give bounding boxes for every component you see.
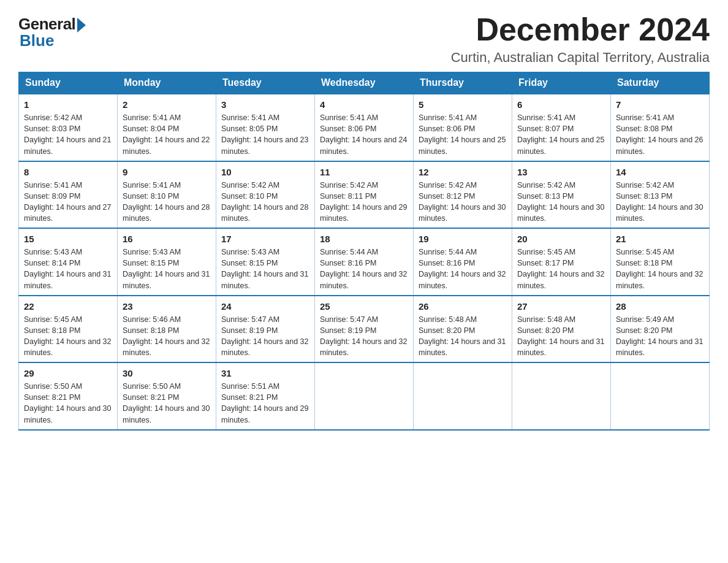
day-number: 19 <box>419 232 507 245</box>
day-number: 29 <box>24 367 112 380</box>
day-info: Sunrise: 5:41 AMSunset: 8:09 PMDaylight:… <box>24 180 112 224</box>
day-number: 21 <box>616 232 704 245</box>
day-info: Sunrise: 5:42 AMSunset: 8:13 PMDaylight:… <box>616 180 704 224</box>
day-number: 22 <box>24 300 112 313</box>
table-row: 19Sunrise: 5:44 AMSunset: 8:16 PMDayligh… <box>414 228 512 296</box>
day-number: 7 <box>616 98 704 111</box>
day-info: Sunrise: 5:42 AMSunset: 8:03 PMDaylight:… <box>24 112 112 157</box>
col-thursday: Thursday <box>414 72 512 94</box>
day-info: Sunrise: 5:44 AMSunset: 8:16 PMDaylight:… <box>320 247 408 291</box>
day-number: 20 <box>517 232 605 245</box>
calendar-week-row: 1Sunrise: 5:42 AMSunset: 8:03 PMDaylight… <box>19 94 710 161</box>
table-row: 13Sunrise: 5:42 AMSunset: 8:13 PMDayligh… <box>512 161 611 229</box>
table-row: 17Sunrise: 5:43 AMSunset: 8:15 PMDayligh… <box>216 228 315 296</box>
table-row: 22Sunrise: 5:45 AMSunset: 8:18 PMDayligh… <box>19 296 118 363</box>
calendar-week-row: 15Sunrise: 5:43 AMSunset: 8:14 PMDayligh… <box>19 228 710 296</box>
day-info: Sunrise: 5:41 AMSunset: 8:07 PMDaylight:… <box>517 112 605 157</box>
day-info: Sunrise: 5:50 AMSunset: 8:21 PMDaylight:… <box>24 381 112 426</box>
table-row: 2Sunrise: 5:41 AMSunset: 8:04 PMDaylight… <box>118 94 216 161</box>
table-row: 15Sunrise: 5:43 AMSunset: 8:14 PMDayligh… <box>19 228 118 296</box>
day-info: Sunrise: 5:42 AMSunset: 8:11 PMDaylight:… <box>320 180 408 224</box>
day-number: 23 <box>123 300 211 313</box>
table-row: 21Sunrise: 5:45 AMSunset: 8:18 PMDayligh… <box>611 228 710 296</box>
logo-blue-text: Blue <box>20 31 54 50</box>
table-row <box>611 362 710 430</box>
day-info: Sunrise: 5:47 AMSunset: 8:19 PMDaylight:… <box>320 314 408 359</box>
table-row: 1Sunrise: 5:42 AMSunset: 8:03 PMDaylight… <box>19 94 118 161</box>
day-info: Sunrise: 5:51 AMSunset: 8:21 PMDaylight:… <box>221 381 309 426</box>
table-row: 24Sunrise: 5:47 AMSunset: 8:19 PMDayligh… <box>216 296 315 363</box>
page-header: General Blue December 2024 Curtin, Austr… <box>18 12 710 66</box>
table-row: 11Sunrise: 5:42 AMSunset: 8:11 PMDayligh… <box>315 161 414 229</box>
day-number: 1 <box>24 98 112 111</box>
day-number: 15 <box>24 232 112 245</box>
calendar-week-row: 8Sunrise: 5:41 AMSunset: 8:09 PMDaylight… <box>19 161 710 229</box>
day-info: Sunrise: 5:41 AMSunset: 8:06 PMDaylight:… <box>320 112 408 157</box>
day-info: Sunrise: 5:44 AMSunset: 8:16 PMDaylight:… <box>419 247 507 291</box>
day-number: 28 <box>616 300 704 313</box>
table-row: 6Sunrise: 5:41 AMSunset: 8:07 PMDaylight… <box>512 94 611 161</box>
day-number: 17 <box>221 232 309 245</box>
table-row: 18Sunrise: 5:44 AMSunset: 8:16 PMDayligh… <box>315 228 414 296</box>
table-row: 30Sunrise: 5:50 AMSunset: 8:21 PMDayligh… <box>118 362 216 430</box>
day-info: Sunrise: 5:41 AMSunset: 8:10 PMDaylight:… <box>123 180 211 224</box>
col-wednesday: Wednesday <box>315 72 414 94</box>
day-info: Sunrise: 5:41 AMSunset: 8:08 PMDaylight:… <box>616 112 704 157</box>
table-row: 28Sunrise: 5:49 AMSunset: 8:20 PMDayligh… <box>611 296 710 363</box>
title-area: December 2024 Curtin, Australian Capital… <box>451 12 710 66</box>
day-number: 26 <box>419 300 507 313</box>
table-row: 27Sunrise: 5:48 AMSunset: 8:20 PMDayligh… <box>512 296 611 363</box>
day-info: Sunrise: 5:50 AMSunset: 8:21 PMDaylight:… <box>123 381 211 426</box>
table-row: 9Sunrise: 5:41 AMSunset: 8:10 PMDaylight… <box>118 161 216 229</box>
calendar-week-row: 29Sunrise: 5:50 AMSunset: 8:21 PMDayligh… <box>19 362 710 430</box>
day-info: Sunrise: 5:41 AMSunset: 8:04 PMDaylight:… <box>123 112 211 157</box>
day-info: Sunrise: 5:45 AMSunset: 8:18 PMDaylight:… <box>616 247 704 291</box>
day-info: Sunrise: 5:43 AMSunset: 8:14 PMDaylight:… <box>24 247 112 291</box>
day-info: Sunrise: 5:42 AMSunset: 8:13 PMDaylight:… <box>517 180 605 224</box>
table-row: 5Sunrise: 5:41 AMSunset: 8:06 PMDaylight… <box>414 94 512 161</box>
day-info: Sunrise: 5:42 AMSunset: 8:10 PMDaylight:… <box>221 180 309 224</box>
table-row: 20Sunrise: 5:45 AMSunset: 8:17 PMDayligh… <box>512 228 611 296</box>
table-row: 3Sunrise: 5:41 AMSunset: 8:05 PMDaylight… <box>216 94 315 161</box>
table-row: 8Sunrise: 5:41 AMSunset: 8:09 PMDaylight… <box>19 161 118 229</box>
table-row: 26Sunrise: 5:48 AMSunset: 8:20 PMDayligh… <box>414 296 512 363</box>
day-info: Sunrise: 5:45 AMSunset: 8:17 PMDaylight:… <box>517 247 605 291</box>
location-title: Curtin, Australian Capital Territory, Au… <box>451 50 710 66</box>
day-number: 9 <box>123 166 211 178</box>
day-info: Sunrise: 5:45 AMSunset: 8:18 PMDaylight:… <box>24 314 112 359</box>
day-number: 31 <box>221 367 309 380</box>
day-number: 13 <box>517 166 605 178</box>
col-tuesday: Tuesday <box>216 72 315 94</box>
day-number: 5 <box>419 98 507 111</box>
calendar-week-row: 22Sunrise: 5:45 AMSunset: 8:18 PMDayligh… <box>19 296 710 363</box>
table-row: 12Sunrise: 5:42 AMSunset: 8:12 PMDayligh… <box>414 161 512 229</box>
table-row: 23Sunrise: 5:46 AMSunset: 8:18 PMDayligh… <box>118 296 216 363</box>
day-info: Sunrise: 5:41 AMSunset: 8:05 PMDaylight:… <box>221 112 309 157</box>
table-row <box>315 362 414 430</box>
day-info: Sunrise: 5:48 AMSunset: 8:20 PMDaylight:… <box>419 314 507 359</box>
calendar-table: Sunday Monday Tuesday Wednesday Thursday… <box>18 72 710 431</box>
month-title: December 2024 <box>451 12 710 47</box>
day-number: 18 <box>320 232 408 245</box>
table-row: 16Sunrise: 5:43 AMSunset: 8:15 PMDayligh… <box>118 228 216 296</box>
table-row <box>512 362 611 430</box>
table-row: 7Sunrise: 5:41 AMSunset: 8:08 PMDaylight… <box>611 94 710 161</box>
day-info: Sunrise: 5:43 AMSunset: 8:15 PMDaylight:… <box>221 247 309 291</box>
col-monday: Monday <box>118 72 216 94</box>
day-info: Sunrise: 5:43 AMSunset: 8:15 PMDaylight:… <box>123 247 211 291</box>
day-number: 25 <box>320 300 408 313</box>
col-saturday: Saturday <box>611 72 710 94</box>
day-number: 6 <box>517 98 605 111</box>
table-row: 31Sunrise: 5:51 AMSunset: 8:21 PMDayligh… <box>216 362 315 430</box>
day-number: 3 <box>221 98 309 111</box>
col-friday: Friday <box>512 72 611 94</box>
logo: General Blue <box>18 12 86 50</box>
table-row: 10Sunrise: 5:42 AMSunset: 8:10 PMDayligh… <box>216 161 315 229</box>
day-info: Sunrise: 5:42 AMSunset: 8:12 PMDaylight:… <box>419 180 507 224</box>
table-row: 29Sunrise: 5:50 AMSunset: 8:21 PMDayligh… <box>19 362 118 430</box>
day-info: Sunrise: 5:41 AMSunset: 8:06 PMDaylight:… <box>419 112 507 157</box>
col-sunday: Sunday <box>19 72 118 94</box>
day-info: Sunrise: 5:47 AMSunset: 8:19 PMDaylight:… <box>221 314 309 359</box>
day-number: 14 <box>616 166 704 178</box>
day-number: 12 <box>419 166 507 178</box>
